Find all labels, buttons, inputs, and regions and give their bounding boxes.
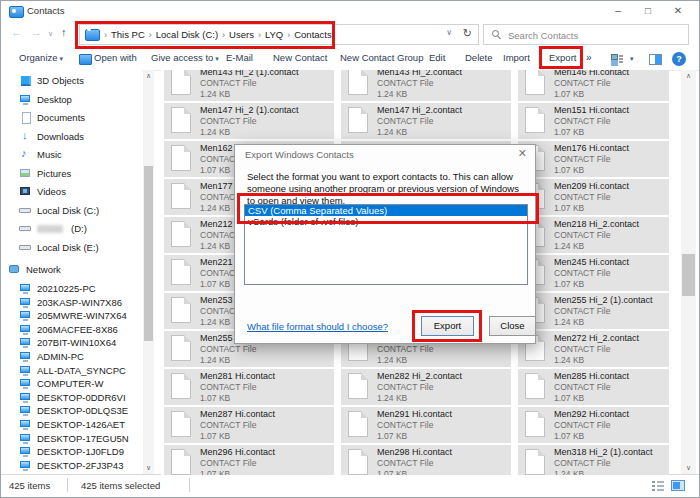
contact-file-icon — [525, 70, 545, 95]
items-count: 425 items — [9, 480, 50, 491]
file-tile[interactable]: Men209 Hi.contact CONTACT File 1.07 KB — [518, 179, 669, 215]
file-tile[interactable]: Men147 Hi_2 (1).contact CONTACT File 1.2… — [164, 103, 334, 139]
dialog-close-button[interactable]: Close — [489, 316, 536, 336]
file-tile[interactable]: Men291 Hi.contact CONTACT File 1.07 KB — [341, 407, 511, 443]
sidebar-item[interactable]: Local Disk (E:) — [1, 239, 142, 256]
scroll-up-icon[interactable]: ∧ — [143, 70, 154, 82]
file-tile[interactable]: Men143 Hi_2.contact CONTACT File 1.24 KB — [341, 70, 511, 101]
minimize-button[interactable]: – — [603, 1, 633, 21]
chevron-down-icon: ▾ — [60, 55, 64, 62]
import-button[interactable]: Import — [503, 52, 530, 63]
crumb-local-disk-c[interactable]: Local Disk (C:) — [156, 29, 218, 40]
crumb-separator: › — [287, 30, 290, 40]
file-type: CONTACT File — [554, 420, 610, 430]
scrollbar-thumb[interactable] — [144, 166, 153, 341]
contact-file-icon — [525, 449, 545, 475]
preview-pane-icon[interactable] — [649, 54, 662, 65]
file-tile[interactable]: Men296 Hi.contact CONTACT File 1.07 KB — [164, 445, 334, 475]
up-button[interactable]: ↑ — [61, 26, 67, 38]
sidebar-item-label: Music — [37, 149, 62, 160]
scroll-down-icon[interactable]: ∨ — [143, 462, 154, 474]
sidebar-item-computer[interactable]: DESKTOP-2FJ3P43 — [1, 457, 142, 474]
file-tile[interactable]: Men255 Hi_2 (1).contact CONTACT File 1.2… — [518, 293, 669, 329]
sidebar-item-network[interactable]: Network — [1, 261, 142, 278]
back-button[interactable]: ← — [11, 26, 22, 38]
file-size: 1.07 KB — [554, 203, 584, 213]
new-contact-button[interactable]: New Contact — [273, 52, 327, 63]
details-view-icon[interactable] — [652, 481, 664, 491]
file-tile[interactable]: Men147 Hi_2.contact CONTACT File 1.24 KB — [341, 103, 511, 139]
sidebar-item[interactable]: 3D Objects — [1, 72, 142, 89]
file-tile[interactable]: Men146 Hi.contact CONTACT File 1.07 KB — [518, 70, 669, 101]
new-contact-group-button[interactable]: New Contact Group — [340, 52, 423, 63]
sidebar-scrollbar[interactable]: ∧ ∨ — [143, 70, 154, 474]
address-bar[interactable]: › This PC › Local Disk (C:) › Users › LY… — [79, 24, 479, 45]
address-dropdown-icon[interactable]: ∨ — [446, 28, 452, 37]
file-list-scrollbar[interactable]: ∧ ∨ — [681, 70, 696, 474]
file-tile[interactable]: Men287 Hi.contact CONTACT File 1.07 KB — [164, 407, 334, 443]
close-button[interactable]: ✕ — [663, 1, 693, 21]
large-icons-view-icon[interactable] — [671, 480, 685, 491]
email-button[interactable]: E-Mail — [226, 52, 253, 63]
crumb-contacts[interactable]: Contacts — [294, 29, 332, 40]
file-tile[interactable]: Men151 Hi.contact CONTACT File 1.07 KB — [518, 103, 669, 139]
scroll-up-icon[interactable]: ∧ — [681, 70, 696, 82]
crumb-users[interactable]: Users — [229, 29, 254, 40]
toolbar-overflow-chevron[interactable]: » — [586, 52, 592, 63]
search-input[interactable] — [506, 26, 685, 44]
maximize-button[interactable]: □ — [633, 1, 663, 21]
option-csv[interactable]: CSV (Comma Separated Values) — [245, 205, 527, 216]
sidebar-item-label: DESKTOP-1426AET — [37, 419, 125, 430]
refresh-icon[interactable]: ↻ — [463, 27, 472, 40]
file-tile[interactable]: Men245 Hi.contact CONTACT File 1.07 KB — [518, 255, 669, 291]
edit-button[interactable]: Edit — [429, 52, 445, 63]
file-format-help-link[interactable]: What file format should I choose? — [247, 321, 388, 332]
crumb-separator: › — [222, 30, 225, 40]
scroll-down-icon[interactable]: ∨ — [681, 462, 696, 474]
file-size: 1.07 KB — [554, 279, 584, 289]
sidebar-item[interactable]: Pictures — [1, 165, 142, 182]
file-type: CONTACT File — [377, 420, 433, 430]
sidebar-item[interactable]: Local Disk (C:) — [1, 202, 142, 219]
sidebar-item[interactable]: Videos — [1, 183, 142, 200]
delete-button[interactable]: Delete — [465, 52, 492, 63]
chevron-down-icon[interactable]: ▾ — [630, 55, 634, 63]
sidebar-item[interactable]: (D:) — [1, 220, 142, 237]
file-tile[interactable]: Men218 Hi_2.contact CONTACT File 1.24 KB — [518, 217, 669, 253]
open-with-button[interactable]: Open with — [94, 52, 137, 63]
help-icon[interactable]: ? — [672, 52, 686, 66]
file-tile[interactable]: Men272 Hi_2.contact CONTACT File 1.24 KB — [518, 331, 669, 367]
contact-file-icon — [171, 335, 191, 361]
sidebar-item-icon — [19, 204, 32, 217]
dialog-close-icon[interactable]: ✕ — [518, 147, 527, 160]
file-tile[interactable]: Men143 Hi_2 (1).contact CONTACT File 1.2… — [164, 70, 334, 101]
history-dropdown[interactable]: ∨ — [48, 30, 53, 38]
file-tile[interactable]: Men282 Hi_2.contact CONTACT File 1.24 KB — [341, 369, 511, 405]
organize-button[interactable]: Organize▾ — [19, 52, 63, 63]
sidebar-item[interactable]: Documents — [1, 109, 142, 126]
option-vcards[interactable]: vCards (folder of .vcf files) — [245, 216, 527, 227]
crumb-this-pc[interactable]: This PC — [111, 29, 145, 40]
sidebar-item-icon — [19, 222, 32, 235]
file-size: 1.24 KB — [200, 89, 230, 99]
scrollbar-thumb[interactable] — [682, 254, 695, 296]
forward-button[interactable]: → — [31, 26, 42, 38]
dialog-export-button[interactable]: Export — [421, 316, 474, 336]
sidebar-item[interactable]: Music — [1, 146, 142, 163]
file-tile[interactable]: Men285 Hi.contact CONTACT File 1.07 KB — [518, 369, 669, 405]
file-name: Men209 Hi.contact — [554, 181, 629, 191]
export-button[interactable]: Export — [549, 52, 576, 63]
file-tile[interactable]: Men176 Hi.contact CONTACT File 1.07 KB — [518, 141, 669, 177]
file-tile[interactable]: Men281 Hi.contact CONTACT File 1.07 KB — [164, 369, 334, 405]
sidebar-item-label: DESKTOP-17EGU5N — [37, 433, 129, 444]
file-type: CONTACT File — [554, 230, 610, 240]
file-tile[interactable]: Men298 Hi.contact CONTACT File 1.07 KB — [341, 445, 511, 475]
sidebar-item[interactable]: Downloads — [1, 128, 142, 145]
title-bar: Contacts – □ ✕ — [1, 1, 699, 22]
file-tile[interactable]: Men318 Hi_2 (1).contact CONTACT File 1.2… — [518, 445, 669, 475]
file-tile[interactable]: Men292 Hi.contact CONTACT File 1.07 KB — [518, 407, 669, 443]
crumb-lyq[interactable]: LYQ — [265, 29, 283, 40]
sidebar-item[interactable]: Desktop — [1, 91, 142, 108]
give-access-button[interactable]: Give access to▾ — [151, 52, 219, 63]
change-view-icon[interactable] — [611, 54, 623, 65]
